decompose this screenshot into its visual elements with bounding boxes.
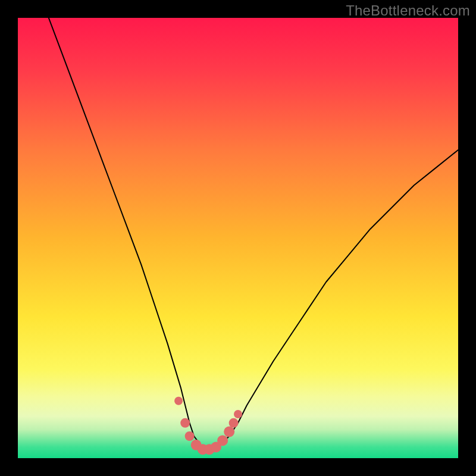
- chart-plot-area: [18, 18, 458, 458]
- valley-marker: [174, 397, 183, 405]
- watermark-text: TheBottleneck.com: [346, 2, 470, 19]
- valley-marker: [180, 418, 190, 428]
- chart-frame: TheBottleneck.com: [0, 0, 476, 476]
- valley-marker: [185, 431, 195, 441]
- valley-marker: [224, 427, 234, 437]
- chart-svg: [18, 18, 458, 458]
- chart-background: [18, 18, 458, 458]
- valley-marker: [229, 418, 239, 428]
- valley-marker: [234, 410, 242, 418]
- valley-marker: [217, 435, 228, 446]
